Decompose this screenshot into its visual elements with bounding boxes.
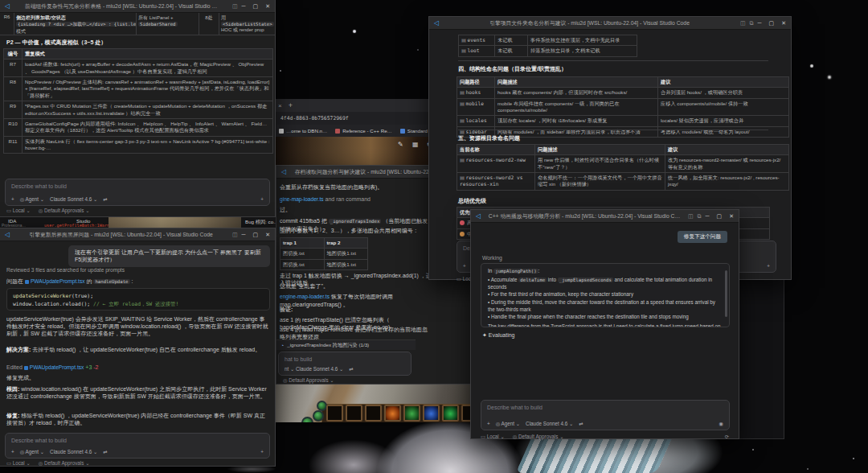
vscode-logo-icon: ◁ — [281, 169, 286, 175]
maximize-button[interactable]: ▢ — [717, 213, 723, 220]
attach-button[interactable]: + — [11, 196, 14, 202]
hotbar-slot-swordsman[interactable] — [403, 405, 420, 422]
close-button[interactable]: ✕ — [729, 213, 734, 220]
approvals-selector[interactable]: ◎ Default Approvals ⌄ — [513, 434, 564, 439]
dir-path: resources-nword2 vs resources-xin — [460, 175, 522, 187]
model-selector[interactable]: Claude Sonnet 4.6 ⌄ — [50, 449, 97, 454]
titlebar[interactable]: ◁ 引擎更新后界面黑屏问题 - miu2d [WSL: Ubuntu-22.04… — [0, 228, 275, 241]
file-link[interactable]: PWAUpdatePrompt.tsx — [24, 364, 84, 370]
table-cell: 改为 resources-nword2-remaster/ 或 resource… — [665, 155, 789, 173]
attach-button[interactable]: + — [487, 421, 490, 426]
favicon — [335, 129, 340, 134]
minimize-button[interactable]: ─ — [242, 3, 246, 9]
hotbar-slot-empty[interactable] — [365, 405, 382, 422]
minimize-button[interactable]: ─ — [242, 232, 246, 237]
layout-icon[interactable]: ◫ — [740, 20, 746, 27]
attach-button[interactable]: + — [463, 263, 466, 269]
agent-selector[interactable]: ◎ Agent ⌄ — [496, 421, 520, 426]
send-button[interactable]: + — [260, 196, 264, 202]
chat-input[interactable]: Describe what to build + ◎ Agent ⌄ Claud… — [481, 400, 730, 430]
agent-icon: ◎ — [496, 421, 501, 426]
titlebar[interactable]: ◁ 前端组件复杂性与冗余分析表格 - miu2d [WSL: Ubuntu-22… — [0, 0, 275, 13]
model-selector[interactable]: nt ⌄ Claude Sonnet 4.6 ⌄ — [285, 366, 343, 372]
table-header-cell: 问题路径 — [457, 77, 495, 88]
save-tool-icon[interactable]: ▦ — [412, 141, 419, 148]
model-selector[interactable]: Claude Sonnet 4.6 ⌄ — [50, 196, 97, 202]
close-button[interactable]: ✕ — [265, 3, 270, 10]
titlebar[interactable]: ◁ C++ 动画播放与移动顺序分析 - miu2d [WSL: Ubuntu-2… — [471, 210, 739, 223]
edit-tool-icon[interactable]: ✎ — [398, 141, 403, 148]
table-header-cell: 编号 — [4, 49, 23, 60]
new-tab-button[interactable]: + — [289, 101, 293, 109]
sliders-icon[interactable]: ⇄ — [579, 421, 583, 426]
layout-icon[interactable]: ◫ — [232, 3, 238, 10]
maximize-button[interactable]: ▢ — [253, 3, 259, 10]
local-selector[interactable]: ▭ Local ⌄ — [6, 208, 31, 213]
refresh-icon[interactable]: ⟳ — [725, 434, 729, 439]
attach-button[interactable]: + — [11, 449, 14, 454]
chat-input[interactable]: hat to build nt ⌄ Claude Sonnet 4.6 ⌄ ⇄ — [278, 352, 411, 376]
code-chip: SidebarShared — [138, 22, 178, 27]
todo-progress-bar[interactable]: ◔ _ignoredTrapsIndex 跨地图污染 (1/3) — [276, 339, 416, 350]
fix-issue-button[interactable]: 修复下这个问题 — [678, 231, 727, 243]
agent-selector[interactable]: ◎ Agent ⌄ — [20, 449, 44, 454]
chat-input[interactable]: Describe what to build + ◎ Agent ⌄ Claud… — [5, 179, 270, 206]
code-comment: // ← 立即 reload，SW 还没接管! — [93, 301, 178, 307]
send-button[interactable]: + — [260, 449, 264, 454]
local-selector[interactable]: ▭ Local ⌄ — [481, 434, 505, 439]
table-cell: ▤ locales — [457, 116, 495, 126]
hotbar-slot-empty[interactable] — [326, 405, 343, 422]
maximize-button[interactable]: ▢ — [769, 20, 775, 27]
minimize-button[interactable]: ─ — [706, 213, 710, 219]
close-button[interactable]: ✕ — [265, 232, 270, 238]
layout-alt-icon[interactable]: ⧉ — [698, 213, 702, 220]
layout-icon[interactable]: ◫ — [232, 232, 238, 238]
local-selector[interactable]: ▭ Local ⌄ — [6, 460, 31, 466]
row-id: R8 — [4, 77, 23, 101]
hotbar-slot-flame[interactable] — [384, 405, 401, 422]
model-selector[interactable]: Claude Sonnet 4.6 ⌄ — [526, 421, 573, 426]
table-cell: ▤ events — [459, 35, 495, 46]
send-button[interactable]: + — [767, 263, 770, 269]
hotbar-slot-empty[interactable] — [346, 405, 362, 422]
bookmark-item[interactable]: …ome to DBN.n… — [279, 128, 327, 134]
sliders-icon[interactable]: ⇄ — [103, 196, 107, 202]
section-heading-4: 四、结构性命名问题（目录位置/职责混乱） — [458, 65, 567, 73]
minimize-button[interactable]: ─ — [758, 20, 762, 26]
chat-input[interactable]: Describe what to build + ◎ Agent ⌄ Claud… — [5, 433, 270, 459]
record-button[interactable]: ◉ — [719, 421, 724, 426]
ide-tab-label[interactable]: IDA — [8, 218, 16, 224]
table-cell: 未记载 — [495, 35, 528, 46]
bullet-item: • During the middle third, move the char… — [488, 298, 723, 313]
close-button[interactable]: ✕ — [781, 20, 786, 27]
sliders-icon[interactable]: ⇄ — [103, 449, 107, 454]
code-token-function: updateServiceWorker — [13, 293, 72, 299]
hotbar-orb-button[interactable] — [313, 410, 324, 422]
code-chip: jumpAlongPath() — [493, 269, 538, 274]
maximize-button[interactable]: ▢ — [253, 232, 259, 238]
fix-label: 修复: — [6, 413, 19, 418]
file-link[interactable]: engine-map-loader.ts — [280, 294, 330, 299]
scrollbar[interactable] — [725, 270, 727, 317]
hotbar-slot-bird[interactable] — [442, 405, 459, 422]
agent-selector[interactable]: ◎ Agent ⌄ — [20, 196, 44, 202]
titlebar[interactable]: ◁ 引擎项目文件夹命名分析与建议 - miu2d [WSL: Ubuntu-22… — [429, 17, 791, 30]
code-line: updateServiceWorker(true); — [13, 293, 264, 301]
bullet-icon: • — [488, 314, 489, 319]
chat-text: 问题在 — [6, 278, 23, 284]
trap-table: trap 1trap 2 图切换.txt地图切换1.txt 图切换.txt地图切… — [280, 237, 368, 270]
tab-close-icon[interactable]: × — [278, 102, 282, 109]
file-link[interactable]: gine-map-loader.ts — [280, 196, 324, 202]
table-header-cell: 问题描述 — [495, 77, 658, 88]
layout-alt-icon[interactable]: ⧉ — [750, 20, 754, 27]
approvals-selector[interactable]: ◎ Default Approvals ⌄ — [283, 377, 334, 383]
file-link[interactable]: PWAUpdatePrompt.tsx — [25, 278, 85, 284]
approvals-selector[interactable]: ◎ Default Approvals ⌄ — [39, 208, 90, 213]
hotbar-slot-ice[interactable] — [423, 405, 440, 422]
approvals-selector[interactable]: ◎ Default Approvals ⌄ — [39, 460, 90, 466]
sliders-icon[interactable]: ⇄ — [349, 366, 353, 372]
bookmark-item[interactable]: Reference - C++ Re… — [335, 128, 392, 134]
layout-icon[interactable]: ◫ — [688, 213, 694, 220]
statusbar: ▭ Local ⌄ ◎ Default Approvals ⌄ — [6, 460, 89, 466]
reviewed-status: Reviewed 3 files and searched for update… — [6, 267, 270, 274]
